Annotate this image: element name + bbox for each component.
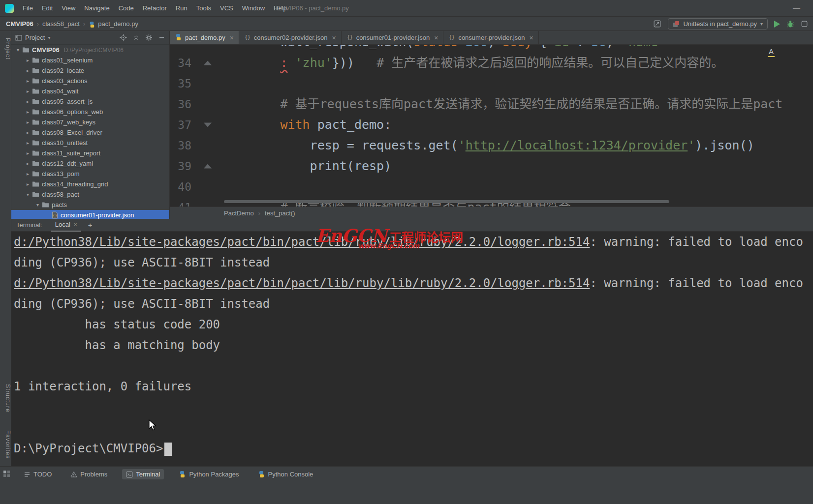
close-icon[interactable]: × bbox=[434, 34, 438, 42]
terminal-tab-local[interactable]: Local × bbox=[51, 219, 81, 232]
code-text[interactable]: print(resp) bbox=[216, 156, 813, 177]
tree-item-consumer01-provider-json[interactable]: {}consumer01-provider.json bbox=[11, 210, 169, 219]
code-text[interactable]: with pact_demo: bbox=[216, 115, 813, 135]
breadcrumb-file[interactable]: pact_demo.py bbox=[98, 20, 138, 28]
tree-item-class58-pact[interactable]: ▾class58_pact bbox=[11, 189, 169, 200]
tree-item-class10-unittest[interactable]: ▸class10_unittest bbox=[11, 138, 169, 148]
code-text[interactable]: will_respond_with(status=200, body={'id'… bbox=[216, 45, 813, 53]
breadcrumb-project[interactable]: CMVIP06 bbox=[6, 20, 33, 28]
horizontal-scrollbar[interactable] bbox=[224, 200, 669, 203]
tree-item-class11-suite-report[interactable]: ▸class11_suite_report bbox=[11, 148, 169, 158]
fold-up-icon[interactable] bbox=[204, 61, 212, 65]
tab-pact-demo-py[interactable]: pact_demo.py× bbox=[170, 31, 239, 44]
menu-vcs[interactable]: VCS bbox=[216, 3, 237, 13]
external-tool-icon[interactable] bbox=[653, 20, 661, 28]
code-text[interactable]: resp = requests.get('http://localhost:12… bbox=[216, 135, 813, 156]
tree-item-class13-pom[interactable]: ▸class13_pom bbox=[11, 169, 169, 179]
tree-item-class05-assert-js[interactable]: ▸class05_assert_js bbox=[11, 96, 169, 107]
tool-button-todo[interactable]: TODO bbox=[20, 469, 56, 479]
expand-arrow-icon[interactable]: ▸ bbox=[24, 58, 31, 63]
expand-arrow-icon[interactable]: ▸ bbox=[24, 119, 31, 125]
tree-item-class07-web-keys[interactable]: ▸class07_web_keys bbox=[11, 117, 169, 127]
stripe-tab-favorites[interactable]: Favorites bbox=[0, 430, 11, 459]
tab-consumer02-provider-json[interactable]: {}consumer02-provider.json× bbox=[239, 31, 342, 44]
code-text[interactable] bbox=[216, 177, 813, 197]
menu-refactor[interactable]: Refactor bbox=[139, 3, 171, 13]
tree-item-class14-threading-grid[interactable]: ▸class14_threading_grid bbox=[11, 179, 169, 189]
tool-button-terminal[interactable]: Terminal bbox=[122, 469, 164, 479]
tool-button-problems[interactable]: Problems bbox=[66, 469, 111, 479]
menu-run[interactable]: Run bbox=[172, 3, 191, 13]
close-icon[interactable]: × bbox=[332, 34, 336, 42]
run-configuration-select[interactable]: Unittests in pact_demo.py ▾ bbox=[668, 18, 768, 30]
coverage-button[interactable] bbox=[801, 20, 808, 28]
line-number: 41 bbox=[170, 197, 199, 207]
menu-edit[interactable]: Edit bbox=[38, 3, 57, 13]
tree-item-class04-wait[interactable]: ▸class04_wait bbox=[11, 86, 169, 96]
tab-consumer01-provider-json[interactable]: {}consumer01-provider.json× bbox=[342, 31, 444, 44]
close-icon[interactable]: × bbox=[74, 221, 77, 228]
project-panel-title[interactable]: Project bbox=[25, 34, 45, 41]
tree-item-class03-actions[interactable]: ▸class03_actions bbox=[11, 76, 169, 86]
expand-arrow-icon[interactable]: ▸ bbox=[24, 150, 31, 156]
code-text[interactable]: : 'zhu'})) # 生产者在被请求之后返回的响应结果。可以自己定义内容的。 bbox=[216, 53, 813, 73]
expand-arrow-icon[interactable]: ▸ bbox=[24, 89, 31, 94]
expand-arrow-icon[interactable]: ▸ bbox=[24, 181, 31, 187]
terminal-link[interactable]: d:/Python38/Lib/site-packages/pact/bin/p… bbox=[14, 276, 590, 290]
code-lines[interactable]: will_respond_with(status=200, body={'id'… bbox=[170, 45, 813, 207]
expand-arrow-icon[interactable]: ▸ bbox=[24, 78, 31, 84]
expand-arrow-icon[interactable]: ▸ bbox=[24, 130, 31, 135]
minimize-button[interactable]: — bbox=[790, 0, 803, 17]
run-button[interactable] bbox=[774, 21, 780, 28]
menu-window[interactable]: Window bbox=[238, 3, 269, 13]
tree-item-class02-locate[interactable]: ▸class02_locate bbox=[11, 65, 169, 76]
expand-arrow-icon[interactable]: ▸ bbox=[24, 109, 31, 115]
tool-window-switcher-icon[interactable] bbox=[3, 470, 10, 477]
settings-gear-icon[interactable] bbox=[145, 34, 153, 41]
tree-item-class08-excel-driver[interactable]: ▸class08_Excel_driver bbox=[11, 127, 169, 138]
hide-panel-icon[interactable] bbox=[158, 34, 165, 41]
code-text[interactable]: # 基于requests库向pact发送请求，验证契约生成的结果是否正确。请求的… bbox=[216, 94, 813, 115]
inspections-widget[interactable]: A bbox=[768, 48, 775, 57]
expand-arrow-icon[interactable]: ▸ bbox=[24, 68, 31, 73]
tab-consumer-provider-json[interactable]: {}consumer-provider.json× bbox=[443, 31, 538, 44]
tree-item-class12-ddt-yaml[interactable]: ▸class12_ddt_yaml bbox=[11, 158, 169, 169]
expand-arrow-icon[interactable]: ▸ bbox=[24, 140, 31, 146]
terminal-link[interactable]: d:/Python38/Lib/site-packages/pact/bin/p… bbox=[14, 235, 590, 249]
expand-arrow-icon[interactable]: ▾ bbox=[24, 192, 31, 197]
tree-item-class01-selenium[interactable]: ▸class01_selenium bbox=[11, 55, 169, 65]
close-icon[interactable]: × bbox=[230, 34, 234, 42]
tree-item-pacts[interactable]: ▾pacts bbox=[11, 200, 169, 210]
menu-code[interactable]: Code bbox=[115, 3, 138, 13]
expand-arrow-icon[interactable]: ▾ bbox=[34, 202, 41, 208]
fold-up-icon[interactable] bbox=[204, 164, 212, 169]
menu-navigate[interactable]: Navigate bbox=[80, 3, 113, 13]
tree-item-cmvip06[interactable]: ▾CMVIP06D:\PyProject\CMVIP06 bbox=[11, 45, 169, 55]
breadcrumb-method[interactable]: test_pact() bbox=[265, 209, 295, 217]
terminal-output[interactable]: d:/Python38/Lib/site-packages/pact/bin/p… bbox=[11, 232, 813, 466]
breadcrumb-package[interactable]: class58_pact bbox=[42, 20, 80, 28]
debug-button[interactable] bbox=[786, 20, 794, 28]
new-terminal-button[interactable]: + bbox=[84, 221, 96, 229]
menu-file[interactable]: File bbox=[19, 3, 37, 13]
code-editor[interactable]: will_respond_with(status=200, body={'id'… bbox=[170, 45, 813, 207]
expand-arrow-icon[interactable]: ▸ bbox=[24, 99, 31, 104]
menu-tools[interactable]: Tools bbox=[192, 3, 215, 13]
stripe-tab-project[interactable]: Project bbox=[0, 38, 11, 59]
fold-down-icon[interactable] bbox=[204, 123, 212, 127]
stripe-tab-structure[interactable]: Structure bbox=[0, 384, 11, 413]
json-icon: {} bbox=[244, 33, 251, 42]
expand-arrow-icon[interactable]: ▸ bbox=[24, 161, 31, 166]
collapse-all-icon[interactable] bbox=[132, 34, 140, 41]
tool-button-python-packages[interactable]: Python Packages bbox=[175, 469, 243, 479]
tool-button-python-console[interactable]: Python Console bbox=[254, 469, 317, 479]
expand-arrow-icon[interactable]: ▾ bbox=[14, 47, 22, 53]
svg-text:{}: {} bbox=[53, 213, 57, 218]
menu-view[interactable]: View bbox=[58, 3, 79, 13]
breadcrumb-class[interactable]: PactDemo bbox=[224, 209, 254, 217]
close-icon[interactable]: × bbox=[530, 34, 533, 42]
locate-file-icon[interactable] bbox=[120, 34, 127, 41]
code-text[interactable] bbox=[216, 73, 813, 94]
expand-arrow-icon[interactable]: ▸ bbox=[24, 171, 31, 177]
tree-item-class06-options-web[interactable]: ▸class06_options_web bbox=[11, 107, 169, 117]
